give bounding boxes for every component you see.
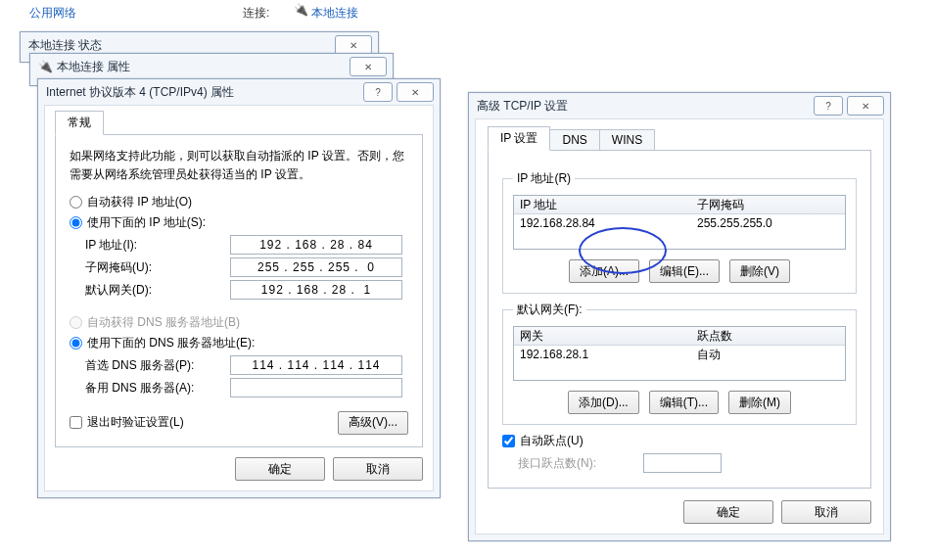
advanced-dialog: 高级 TCP/IP 设置 ? ✕ IP 设置 DNS WINS IP 地址(R)… bbox=[468, 92, 891, 541]
cell-metric: 自动 bbox=[691, 347, 845, 363]
group-gw: 默认网关(F): 网关 跃点数 192.168.28.1 自动 添加(D)...… bbox=[502, 302, 857, 425]
close-icon[interactable]: ✕ bbox=[335, 35, 372, 55]
radio-manual-ip-label: 使用下面的 IP 地址(S): bbox=[87, 214, 206, 231]
col-metric: 跃点数 bbox=[691, 328, 845, 345]
dns2-input[interactable] bbox=[230, 378, 402, 397]
group-ip-legend: IP 地址(R) bbox=[513, 170, 575, 187]
lbl-dns1: 首选 DNS 服务器(P): bbox=[85, 357, 222, 374]
btn-ip-delete[interactable]: 删除(V) bbox=[729, 259, 790, 283]
group-gw-legend: 默认网关(F): bbox=[513, 302, 586, 318]
btn-ok[interactable]: 确定 bbox=[235, 457, 325, 481]
group-ip: IP 地址(R) IP 地址 子网掩码 192.168.28.84 255.25… bbox=[502, 170, 857, 294]
tab-dns[interactable]: DNS bbox=[549, 129, 599, 151]
table-row[interactable]: 192.168.28.1 自动 bbox=[514, 346, 845, 363]
close-icon[interactable]: ✕ bbox=[350, 57, 387, 76]
close-icon[interactable]: ✕ bbox=[847, 96, 884, 116]
chk-auto-metric-label: 自动跃点(U) bbox=[520, 433, 584, 449]
lbl-if-metric: 接口跃点数(N): bbox=[518, 455, 635, 472]
advanced-title: 高级 TCP/IP 设置 bbox=[477, 98, 568, 115]
tab-wins[interactable]: WINS bbox=[599, 129, 655, 151]
mask-input[interactable] bbox=[230, 257, 402, 277]
btn-cancel[interactable]: 取消 bbox=[333, 457, 423, 481]
lbl-ip: IP 地址(I): bbox=[85, 237, 222, 254]
public-network-label: 公用网络 bbox=[29, 5, 76, 22]
plug-icon: 🔌 bbox=[294, 3, 308, 17]
close-icon[interactable]: ✕ bbox=[397, 82, 434, 102]
radio-auto-ip-label: 自动获得 IP 地址(O) bbox=[87, 194, 192, 210]
win-props-title: 本地连接 属性 bbox=[57, 59, 130, 75]
lbl-dns2: 备用 DNS 服务器(A): bbox=[85, 380, 222, 397]
btn-ok[interactable]: 确定 bbox=[683, 500, 773, 524]
help-icon[interactable]: ? bbox=[814, 96, 843, 116]
lbl-gw: 默认网关(D): bbox=[85, 282, 222, 299]
radio-auto-dns bbox=[70, 316, 82, 329]
chk-validate-label: 退出时验证设置(L) bbox=[87, 414, 184, 431]
ipv4-dialog: Internet 协议版本 4 (TCP/IPv4) 属性 ? ✕ 常规 如果网… bbox=[37, 78, 441, 498]
gateway-input[interactable] bbox=[230, 280, 402, 300]
help-icon[interactable]: ? bbox=[363, 82, 393, 102]
col-ip: IP 地址 bbox=[514, 197, 691, 213]
radio-auto-ip[interactable] bbox=[70, 196, 82, 209]
btn-gw-delete[interactable]: 删除(M) bbox=[728, 391, 791, 414]
ipv4-intro: 如果网络支持此功能，则可以获取自动指派的 IP 设置。否则，您需要从网络系统管理… bbox=[70, 147, 408, 184]
cell-ip: 192.168.28.84 bbox=[514, 216, 691, 230]
conn-label: 连接: bbox=[243, 5, 269, 22]
if-metric-input bbox=[643, 453, 722, 473]
radio-manual-dns[interactable] bbox=[70, 337, 82, 350]
btn-gw-add[interactable]: 添加(D)... bbox=[568, 391, 639, 414]
col-mask: 子网掩码 bbox=[691, 197, 845, 213]
conn-value[interactable]: 本地连接 bbox=[311, 5, 358, 22]
tab-ip-settings[interactable]: IP 设置 bbox=[488, 126, 550, 151]
cell-gw: 192.168.28.1 bbox=[514, 348, 691, 361]
radio-manual-ip[interactable] bbox=[70, 216, 82, 229]
btn-advanced[interactable]: 高级(V)... bbox=[338, 411, 408, 435]
gw-table[interactable]: 网关 跃点数 192.168.28.1 自动 bbox=[513, 326, 846, 381]
table-row[interactable]: 192.168.28.84 255.255.255.0 bbox=[514, 214, 845, 232]
cell-mask: 255.255.255.0 bbox=[691, 216, 845, 230]
radio-manual-dns-label: 使用下面的 DNS 服务器地址(E): bbox=[87, 335, 255, 351]
btn-cancel[interactable]: 取消 bbox=[781, 500, 871, 524]
col-gw: 网关 bbox=[514, 328, 691, 345]
plug-icon: 🔌 bbox=[38, 60, 53, 73]
ip-table[interactable]: IP 地址 子网掩码 192.168.28.84 255.255.255.0 bbox=[513, 195, 846, 250]
btn-gw-edit[interactable]: 编辑(T)... bbox=[649, 391, 719, 414]
ip-input[interactable] bbox=[230, 235, 402, 255]
btn-ip-edit[interactable]: 编辑(E)... bbox=[649, 259, 720, 283]
dns1-input[interactable] bbox=[230, 355, 402, 375]
chk-auto-metric[interactable] bbox=[502, 435, 515, 447]
chk-validate[interactable] bbox=[70, 416, 82, 429]
win-status-title: 本地连接 状态 bbox=[28, 37, 102, 54]
lbl-mask: 子网掩码(U): bbox=[85, 259, 222, 276]
tab-general[interactable]: 常规 bbox=[55, 111, 104, 135]
btn-ip-add[interactable]: 添加(A)... bbox=[569, 259, 639, 283]
radio-auto-dns-label: 自动获得 DNS 服务器地址(B) bbox=[87, 314, 240, 331]
ipv4-title: Internet 协议版本 4 (TCP/IPv4) 属性 bbox=[46, 84, 234, 101]
